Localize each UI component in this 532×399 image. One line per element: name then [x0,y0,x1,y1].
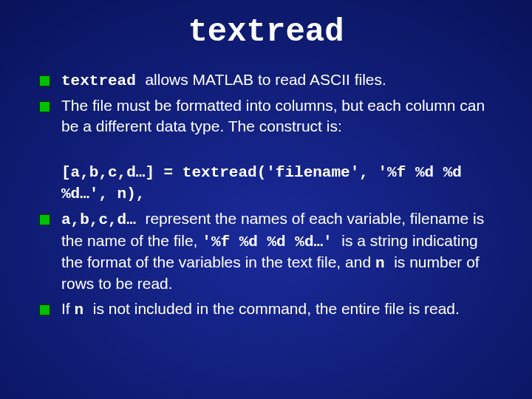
slide-title: textread [33,13,499,50]
bullet-list: textread allows MATLAB to read ASCII fil… [33,69,499,320]
bullet-item-4: If n is not included in the command, the… [33,299,499,320]
bullet-4-text-1: If [61,300,75,317]
code-block-line: [a,b,c,d…] = textread('filename', '%f %d… [33,161,499,205]
code-textread: textread [61,72,145,89]
code-construct: [a,b,c,d…] = textread('filename', '%f %d… [61,164,462,202]
bullet-4-text-2: is not included in the command, the enti… [93,300,460,317]
bullet-2-text: The file must be formatted into columns,… [61,97,485,134]
code-n: n [375,255,394,272]
code-vars: a,b,c,d… [61,211,145,228]
code-n-2: n [75,301,93,318]
bullet-item-1: textread allows MATLAB to read ASCII fil… [33,69,499,91]
bullet-item-2: The file must be formatted into columns,… [33,95,499,136]
bullet-item-3: a,b,c,d… represent the names of each var… [33,208,499,293]
code-format: '%f %d %d %d…' [202,233,341,250]
bullet-1-text: allows MATLAB to read ASCII files. [145,71,386,88]
spacer [33,140,499,157]
